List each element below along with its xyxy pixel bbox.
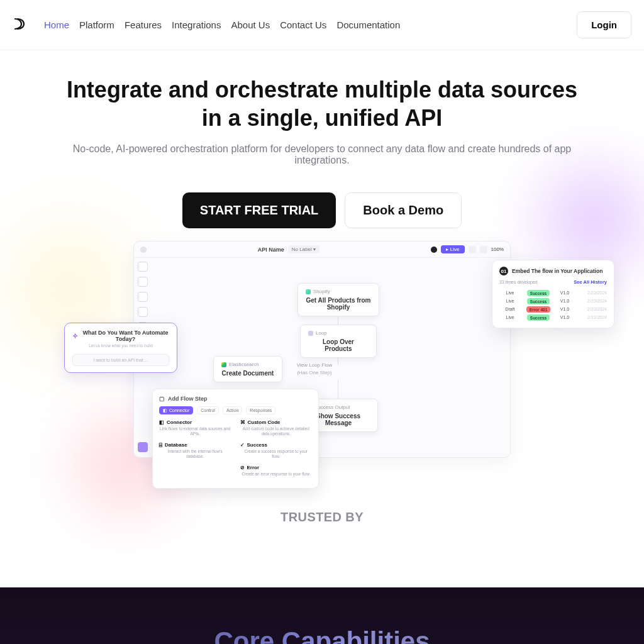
chip-connector: ◧Connector (159, 406, 193, 414)
hero-section: Integrate and orchestrate multiple data … (0, 50, 644, 525)
sidebar-accent-icon (138, 442, 148, 452)
live-button: ▸ Live (441, 245, 465, 253)
step-number: 01 (499, 267, 508, 275)
table-row: LiveSuccessV1.02/23/2024 (499, 313, 607, 321)
code-icon: ⌘ (240, 419, 245, 425)
chip-label: Action (226, 408, 238, 413)
row-status: Draft (499, 307, 521, 311)
flow-edge (338, 380, 338, 400)
row-version: V1.0 (556, 307, 574, 311)
nav-documentation[interactable]: Documentation (336, 19, 400, 30)
row-version: V1.0 (556, 315, 574, 319)
start-free-trial-button[interactable]: START FREE TRIAL (182, 192, 336, 228)
row-date: 2/23/2024 (577, 315, 607, 319)
node-title: View Loop Flow (297, 362, 332, 368)
elasticsearch-icon (221, 362, 226, 367)
status-badge: Success (525, 299, 552, 303)
nav-integrations[interactable]: Integrations (172, 19, 221, 30)
node-tag: Loop (316, 330, 327, 336)
list-item: ⊘Error Create an error response to your … (240, 465, 313, 477)
mock-header: API Name No Label ▾ ▸ Live 100% (134, 242, 510, 258)
loop-icon (308, 331, 313, 336)
nav-features[interactable]: Features (125, 19, 162, 30)
status-badge: Error 401 (525, 307, 552, 311)
connector-icon: ◧ (163, 408, 167, 413)
top-nav: Home Platform Features Integrations Abou… (0, 0, 644, 50)
play-icon: ▸ (446, 247, 448, 252)
item-title: Success (247, 442, 267, 448)
sidebar-icon (138, 277, 148, 287)
list-item: ⌘Custom Code Add custom code to achieve … (240, 419, 313, 437)
hero-title: Integrate and orchestrate multiple data … (64, 75, 580, 132)
book-demo-button[interactable]: Book a Demo (345, 192, 462, 228)
login-button[interactable]: Login (577, 11, 631, 38)
nav-platform[interactable]: Platform (79, 19, 114, 30)
check-icon: ✓ (240, 442, 245, 448)
table-row: LiveSuccessV1.02/23/2024 (499, 289, 607, 297)
node-title: Loop Over Products (308, 338, 369, 352)
nav-about[interactable]: About Us (231, 19, 270, 30)
list-item: ✓Success Create a success response to yo… (240, 442, 313, 460)
chip-label: Responses (250, 408, 272, 413)
nav-home[interactable]: Home (44, 19, 69, 30)
trusted-by-label: TRUSTED BY (25, 510, 619, 525)
row-date: 2/23/2024 (577, 299, 607, 303)
nav-contact[interactable]: Contact Us (280, 19, 326, 30)
toolbar-icon (480, 246, 487, 253)
node-title: Create Document (221, 370, 274, 377)
list-item: ⌸Database Interact with the internal flo… (159, 442, 231, 460)
live-label: Live (450, 247, 460, 252)
core-capabilities-section: Core Capabilities (0, 587, 644, 644)
row-version: V1.0 (556, 299, 574, 303)
flow-node-loop: Loop Loop Over Products (300, 325, 377, 358)
mock-api-title: API Name (258, 247, 284, 253)
sidebar-icon (138, 307, 148, 317)
sidebar-icon (138, 292, 148, 302)
row-date: 2/23/2024 (577, 291, 607, 295)
item-title: Error (247, 465, 260, 470)
item-title: Connector (167, 419, 192, 425)
sidebar-icon (138, 262, 148, 272)
core-heading: Core Capabilities (0, 626, 644, 644)
automate-title: What Do You Want To Automate Today? (82, 330, 169, 342)
chip-responses: Responses (246, 406, 275, 414)
mock-sidebar (138, 262, 149, 332)
add-step-title: Add Flow Step (168, 396, 208, 402)
connector-icon: ◧ (159, 419, 164, 425)
chip-control: Control (197, 406, 219, 414)
mock-label-dropdown: No Label ▾ (288, 245, 319, 253)
toolbar-icon (469, 246, 476, 253)
list-item: ◧Connector Link flows to external data s… (159, 419, 231, 437)
embed-panel: 01 Embed The flow in Your Application 33… (492, 260, 614, 328)
item-desc: Add custom code to achieve detailed data… (240, 426, 313, 437)
avatar-icon (140, 247, 147, 253)
node-title: Get All Products from Shopify (306, 297, 371, 311)
chip-action: Action (223, 406, 242, 414)
table-row: DraftError 401V1.02/23/2024 (499, 305, 607, 313)
automate-input: I want to build an API that ... (72, 354, 169, 366)
embed-rows: LiveSuccessV1.02/23/2024LiveSuccessV1.02… (499, 289, 607, 321)
flow-node-viewloop: View Loop Flow (Has One Step) (286, 357, 343, 380)
node-tag: Success Output (314, 404, 350, 410)
status-badge: Success (525, 315, 552, 319)
hero-ctas: START FREE TRIAL Book a Demo (25, 192, 619, 228)
flow-node-elasticsearch: Elasticsearch Create Document (213, 356, 282, 382)
shopify-icon (306, 289, 311, 294)
chip-label: Control (201, 408, 215, 413)
table-row: LiveSuccessV1.02/23/2024 (499, 297, 607, 305)
see-history-link: See All History (574, 279, 607, 285)
flow-node-shopify: Shopify Get All Products from Shopify (297, 283, 379, 316)
plus-icon: ▢ (159, 396, 165, 402)
node-subtitle: (Has One Step) (294, 370, 335, 375)
row-status: Live (499, 299, 521, 303)
row-status: Live (499, 291, 521, 295)
item-desc: Create an error response to your flow. (240, 472, 313, 477)
zoom-level: 100% (491, 247, 504, 252)
add-step-panel: ▢Add Flow Step ◧Connector Control Action… (152, 389, 319, 489)
embed-count: 33 times developed . (499, 280, 540, 284)
automate-panel: ✧ What Do You Want To Automate Today? Le… (64, 323, 177, 373)
status-dot-icon (431, 247, 437, 253)
status-badge: Success (525, 291, 552, 295)
automate-subtitle: Let us know what you need to build (72, 343, 169, 348)
node-tag: Elasticsearch (229, 362, 259, 367)
